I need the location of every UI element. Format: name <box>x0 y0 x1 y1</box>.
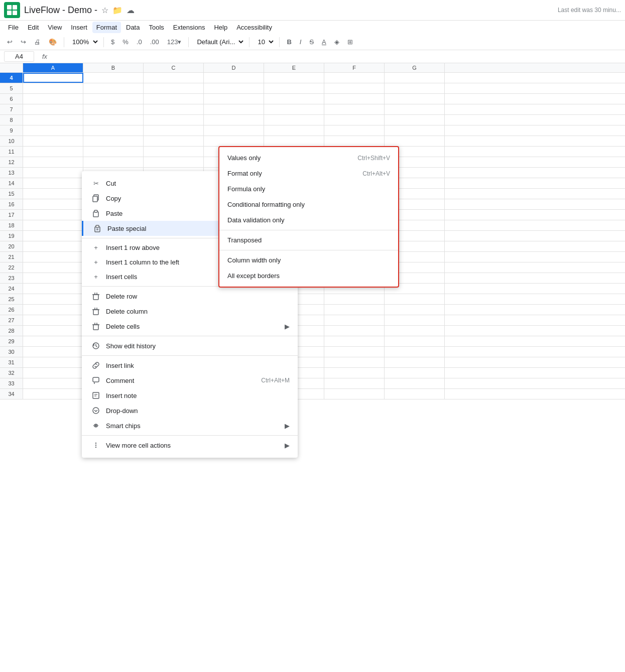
submenu-data-validation[interactable]: Data validation only <box>219 212 398 228</box>
star-icon[interactable]: ☆ <box>101 6 108 15</box>
insert-column-icon: + <box>90 258 102 266</box>
menu-help[interactable]: Help <box>210 22 231 33</box>
table-row: 9 <box>0 125 625 136</box>
cloud-icon[interactable]: ☁ <box>127 6 135 15</box>
cell-d4[interactable] <box>204 73 264 83</box>
borders-button[interactable]: ⊞ <box>344 36 356 48</box>
cell-f4[interactable] <box>324 73 385 83</box>
redo-button[interactable]: ↪ <box>18 36 29 48</box>
submenu-transposed[interactable]: Transposed <box>219 232 398 248</box>
ctx-delete-row[interactable]: Delete row <box>82 289 298 304</box>
submenu-column-width[interactable]: Column width only <box>219 252 398 268</box>
ctx-comment-label: Comment <box>106 377 261 384</box>
cell-a4[interactable] <box>23 73 83 83</box>
ctx-view-more-label: View more cell actions <box>106 442 281 449</box>
context-menu-section-annotations: Insert link Comment Ctrl+Alt+M Insert no… <box>82 355 298 435</box>
submenu-format-only[interactable]: Format only Ctrl+Alt+V <box>219 166 398 181</box>
ctx-delete-row-label: Delete row <box>106 293 290 300</box>
paste-special-icon <box>91 224 103 232</box>
ctx-insert-link[interactable]: Insert link <box>82 358 298 373</box>
col-header-g[interactable]: G <box>385 63 445 72</box>
svg-rect-23 <box>93 392 99 398</box>
data-validation-label: Data validation only <box>227 216 284 224</box>
values-only-label: Values only <box>227 154 261 162</box>
col-header-b[interactable]: B <box>83 63 144 72</box>
submenu-all-except-borders[interactable]: All except borders <box>219 268 398 284</box>
bold-button[interactable]: B <box>284 36 294 48</box>
cell-reference[interactable]: A4 <box>4 51 34 62</box>
ctx-delete-column[interactable]: Delete column <box>82 304 298 319</box>
menu-data[interactable]: Data <box>122 22 144 33</box>
font-size-select[interactable]: 10 <box>254 37 275 47</box>
ctx-show-edit-history[interactable]: Show edit history <box>82 338 298 353</box>
cell-g4[interactable] <box>385 73 445 83</box>
menu-edit[interactable]: Edit <box>24 22 43 33</box>
toolbar-sep-5 <box>279 37 280 47</box>
folder-icon[interactable]: 📁 <box>112 6 122 15</box>
svg-point-28 <box>95 443 96 444</box>
cell-b4[interactable] <box>83 73 144 83</box>
menu-accessibility[interactable]: Accessibility <box>232 22 276 33</box>
submenu-formula-only[interactable]: Formula only <box>219 181 398 197</box>
currency-button[interactable]: $ <box>108 36 117 48</box>
ctx-dropdown-label: Drop-down <box>106 407 290 415</box>
col-header-e[interactable]: E <box>264 63 324 72</box>
ctx-delete-cells[interactable]: Delete cells ▶ <box>82 319 298 334</box>
font-color-button[interactable]: A <box>319 36 329 48</box>
decimal-decrease-button[interactable]: .0 <box>134 36 145 48</box>
ctx-insert-note-label: Insert note <box>106 392 290 399</box>
toolbar-sep-3 <box>188 37 189 47</box>
insert-cells-icon: + <box>90 273 102 281</box>
dropdown-icon <box>90 407 102 415</box>
ctx-smart-chips[interactable]: Smart chips ▶ <box>82 418 298 433</box>
col-header-f[interactable]: F <box>324 63 385 72</box>
print-button[interactable]: 🖨 <box>31 36 44 48</box>
italic-button[interactable]: I <box>297 36 305 48</box>
percent-button[interactable]: % <box>119 36 132 48</box>
col-header-a[interactable]: A <box>23 63 83 72</box>
fill-color-button[interactable]: ◈ <box>331 36 342 48</box>
submenu-sep-2 <box>219 250 398 250</box>
ctx-delete-column-label: Delete column <box>106 308 290 315</box>
menu-format[interactable]: Format <box>92 22 121 33</box>
undo-button[interactable]: ↩ <box>4 36 16 48</box>
transposed-label: Transposed <box>227 236 262 244</box>
table-row: 6 <box>0 94 625 104</box>
font-select[interactable]: Default (Ari... <box>193 37 245 47</box>
ctx-insert-note[interactable]: Insert note <box>82 388 298 403</box>
ctx-dropdown[interactable]: Drop-down <box>82 403 298 418</box>
menu-tools[interactable]: Tools <box>145 22 168 33</box>
menu-extensions[interactable]: Extensions <box>169 22 209 33</box>
submenu-values-only[interactable]: Values only Ctrl+Shift+V <box>219 150 398 166</box>
ctx-delete-cells-label: Delete cells <box>106 323 281 330</box>
paste-special-submenu: Values only Ctrl+Shift+V Format only Ctr… <box>218 146 399 288</box>
submenu-sep-1 <box>219 230 398 230</box>
col-header-c[interactable]: C <box>144 63 204 72</box>
zoom-select[interactable]: 100% <box>68 37 99 47</box>
format-123-button[interactable]: 123▾ <box>164 36 185 48</box>
ctx-view-more[interactable]: View more cell actions ▶ <box>82 438 298 453</box>
paste-icon <box>90 209 102 217</box>
svg-point-30 <box>95 447 96 448</box>
decimal-increase-button[interactable]: .00 <box>147 36 162 48</box>
conditional-formatting-label: Conditional formatting only <box>227 201 305 208</box>
delete-row-icon <box>90 292 102 300</box>
table-row: 8 <box>0 115 625 125</box>
menu-view[interactable]: View <box>44 22 66 33</box>
smart-chips-arrow-icon: ▶ <box>285 422 290 430</box>
paint-format-button[interactable]: 🎨 <box>46 36 60 48</box>
row-num-4: 4 <box>0 73 23 83</box>
formula-only-label: Formula only <box>227 185 265 193</box>
strikethrough-button[interactable]: S <box>306 36 317 48</box>
menu-file[interactable]: File <box>4 22 23 33</box>
table-row: 7 <box>0 104 625 115</box>
col-header-d[interactable]: D <box>204 63 264 72</box>
app-icon <box>4 2 20 18</box>
note-icon <box>90 391 102 399</box>
menu-insert[interactable]: Insert <box>67 22 91 33</box>
ctx-comment[interactable]: Comment Ctrl+Alt+M <box>82 373 298 388</box>
cell-e4[interactable] <box>264 73 324 83</box>
cell-c4[interactable] <box>144 73 204 83</box>
submenu-conditional-formatting[interactable]: Conditional formatting only <box>219 197 398 212</box>
table-row: 5 <box>0 83 625 94</box>
